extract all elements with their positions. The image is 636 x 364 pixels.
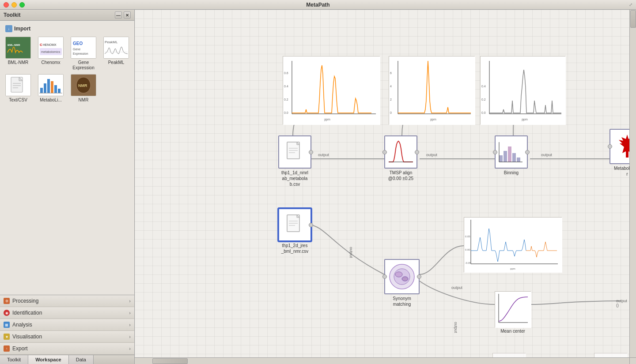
svg-text:GEO: GEO — [73, 41, 83, 46]
export-icon: ↑ — [4, 345, 10, 352]
import-row: ↓ Import — [4, 24, 131, 33]
scrollbar-thumb-vertical[interactable] — [630, 10, 636, 28]
sidebar-minimize-btn[interactable]: — — [115, 11, 122, 19]
output-label-7: output — [454, 322, 458, 333]
svg-text:0.0: 0.0 — [284, 111, 288, 114]
svg-text:0.05: 0.05 — [465, 235, 470, 238]
nmr-icon: NMR — [71, 74, 96, 96]
canvas-area[interactable]: output output output output output outpu… — [135, 10, 636, 364]
minimize-button[interactable] — [11, 2, 17, 8]
workflow-canvas: output output output output output outpu… — [135, 10, 629, 357]
scrollbar-vertical[interactable] — [629, 10, 636, 357]
processing-label: Processing — [12, 298, 38, 304]
svg-rect-79 — [512, 153, 516, 162]
svg-rect-0 — [6, 37, 30, 58]
svg-text:ppm: ppm — [324, 118, 330, 121]
tab-toolkit[interactable]: Toolkit — [0, 355, 28, 364]
node-tmsp-label: TMSP align@0.00 ±0.25 — [388, 170, 413, 181]
toolkit-item-nmr[interactable]: NMR NMR — [69, 74, 98, 103]
nav-item-export[interactable]: ↑ Export › — [0, 343, 134, 355]
svg-rect-37 — [389, 56, 475, 125]
toolkit-item-peakml[interactable]: PeakML PeakML — [102, 37, 131, 71]
bml-nmr-label: BML-NMR — [8, 60, 29, 65]
svg-rect-59 — [464, 218, 562, 273]
analysis-arrow: › — [129, 322, 131, 327]
node-thp1-2d[interactable]: thp1_2d_jres_bml_nmr.csv — [278, 208, 311, 254]
svg-text:metabolomics: metabolomics — [41, 50, 61, 53]
toolkit-title: Toolkit — [4, 12, 20, 18]
node-tmsp-align-box — [384, 135, 417, 169]
nav-item-identification[interactable]: ◉ Identification › — [0, 307, 134, 319]
bml-nmr-icon: BML-NMR — [5, 37, 31, 59]
toolkit-item-metabli[interactable]: MetaboLi... — [36, 74, 65, 103]
svg-text:4: 4 — [390, 85, 392, 88]
svg-rect-19 — [40, 88, 43, 93]
bottom-tabs: Toolkit Workspace Data — [0, 355, 134, 364]
svg-text:ppm: ppm — [522, 118, 528, 121]
identification-icon: ◉ — [4, 310, 10, 316]
analysis-icon: ▦ — [4, 322, 10, 328]
node-binning[interactable]: Binning — [495, 135, 528, 176]
svg-rect-77 — [504, 151, 507, 162]
port-tmsp-left — [382, 150, 387, 154]
nav-item-processing[interactable]: ⚙ Processing › — [0, 295, 134, 307]
scrollbar-thumb-horizontal[interactable] — [152, 358, 188, 364]
node-synonym[interactable]: Synonymmatching — [384, 259, 420, 307]
node-binning-box — [495, 135, 528, 169]
output-label-3: output — [541, 153, 552, 157]
svg-rect-21 — [47, 79, 50, 93]
tab-workspace[interactable]: Workspace — [28, 355, 69, 364]
maximize-button[interactable] — [19, 2, 25, 8]
gene-expression-label: Gene Expression — [69, 60, 98, 71]
chenomx-label: Chenomx — [42, 60, 61, 65]
svg-text:0.4: 0.4 — [481, 85, 486, 88]
toolkit-item-gene-expression[interactable]: GEO Gene Expression Gene Expression — [69, 37, 98, 71]
output-label-6: output — [451, 285, 462, 290]
toolkit-item-chenomx[interactable]: C HENOMX metabolomics Chenomx — [36, 37, 65, 71]
chart-preview-bottom-1 — [492, 353, 526, 357]
visualisation-label: Visualisation — [12, 334, 42, 340]
scrollbar-horizontal[interactable] — [135, 357, 629, 364]
node-thp1-1d-box — [278, 135, 311, 169]
svg-rect-45 — [481, 56, 566, 125]
toolkit-item-text-csv[interactable]: Text/CSV — [4, 74, 33, 103]
mean-center-bottom-chart — [495, 291, 531, 327]
geo-icon: GEO Gene Expression — [71, 37, 96, 59]
port-synonym-left — [382, 274, 387, 279]
nav-item-visualisation[interactable]: ★ Visualisation › — [0, 331, 134, 343]
nav-item-analysis[interactable]: ▦ Analysis › — [0, 319, 134, 331]
node-metabohunter[interactable]: MetaboHunter — [610, 129, 629, 177]
text-csv-icon — [5, 74, 31, 96]
close-button[interactable] — [4, 2, 9, 8]
toolkit-item-bml-nmr[interactable]: BML-NMR BML-NMR — [4, 37, 33, 71]
svg-rect-23 — [54, 85, 57, 93]
tab-data[interactable]: Data — [69, 355, 94, 364]
svg-rect-95 — [594, 353, 628, 357]
svg-point-92 — [402, 277, 408, 281]
node-thp1-1d-label: thp1_1d_nmrlab_metabolab.csv — [281, 170, 308, 187]
svg-rect-24 — [58, 89, 61, 93]
main-layout: Toolkit — ✕ ↓ Import — [0, 10, 636, 364]
chart-preview-bottom-2 — [594, 353, 627, 357]
node-binning-label: Binning — [504, 170, 519, 176]
svg-rect-22 — [51, 81, 53, 93]
node-tmsp-align[interactable]: TMSP align@0.00 ±0.25 — [384, 135, 417, 181]
sidebar-header-controls[interactable]: — ✕ — [115, 11, 131, 19]
peakml-icon: PeakML — [103, 37, 129, 59]
window-controls[interactable] — [4, 2, 25, 8]
node-thp1-2d-label: thp1_2d_jres_bml_nmr.csv — [281, 243, 309, 254]
toolkit-section: ↓ Import BML-NMR — [0, 21, 134, 295]
svg-rect-80 — [517, 158, 520, 162]
node-thp1-1d[interactable]: thp1_1d_nmrlab_metabolab.csv — [278, 135, 311, 187]
port-thp1-2d-right — [309, 223, 313, 227]
sidebar-close-btn[interactable]: ✕ — [124, 11, 131, 19]
svg-point-91 — [395, 272, 402, 277]
chart-preview-3: 0.0 0.2 0.4 ppm — [480, 56, 565, 124]
svg-text:0.0: 0.0 — [481, 111, 486, 114]
svg-text:Gene: Gene — [73, 48, 80, 51]
svg-text:HENOMX: HENOMX — [43, 43, 57, 46]
port-thp1-1d-right — [309, 150, 313, 154]
node-synonym-box — [384, 259, 420, 294]
svg-point-90 — [394, 269, 410, 285]
node-metabohunter-box — [610, 129, 629, 164]
